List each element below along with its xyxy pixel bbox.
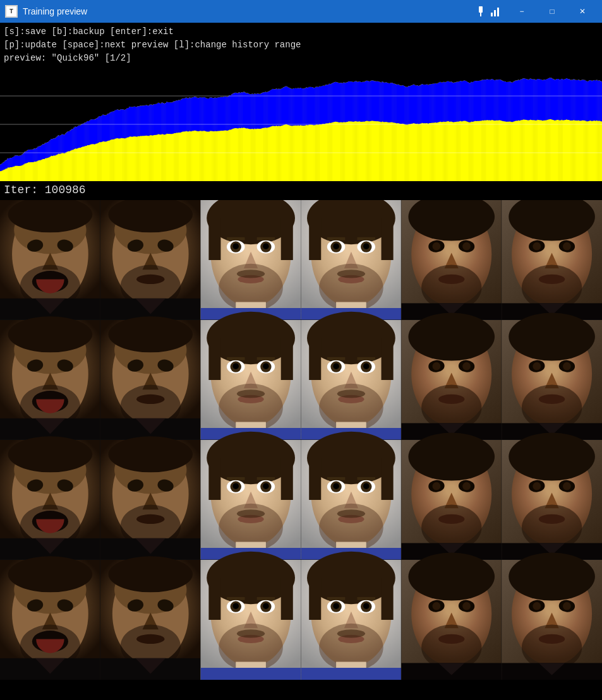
signal-icon — [490, 5, 502, 18]
iter-counter: Iter: 100986 — [0, 181, 602, 200]
console-line-3: preview: "Quick96" [1/2] — [4, 52, 598, 65]
maximize-button[interactable]: □ — [538, 3, 567, 20]
svg-rect-2 — [491, 13, 493, 16]
training-chart — [0, 68, 602, 181]
console-line-2: [p]:update [space]:next preview [l]:chan… — [4, 39, 598, 52]
svg-rect-3 — [494, 10, 496, 16]
pin-icon — [474, 5, 487, 18]
chart-canvas — [0, 68, 602, 181]
app-icon: T — [5, 5, 18, 18]
titlebar: T Training preview − □ ✕ — [0, 0, 602, 23]
minimize-button[interactable]: − — [507, 3, 536, 20]
face-grid — [0, 200, 602, 683]
face-canvas — [0, 200, 602, 680]
window-controls: − □ ✕ — [507, 3, 597, 20]
window-title: Training preview — [23, 6, 469, 16]
svg-rect-4 — [497, 8, 499, 16]
svg-rect-0 — [479, 6, 483, 13]
close-button[interactable]: ✕ — [568, 3, 597, 20]
console-output: [s]:save [b]:backup [enter]:exit [p]:upd… — [0, 23, 602, 68]
svg-rect-1 — [480, 13, 481, 16]
console-line-1: [s]:save [b]:backup [enter]:exit — [4, 25, 598, 39]
